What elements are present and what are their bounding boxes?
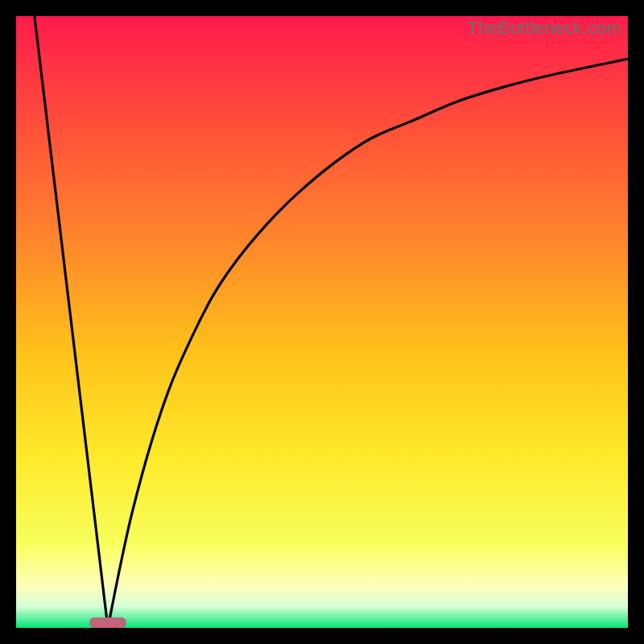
chart-frame: TheBottleneck.com	[16, 16, 628, 628]
watermark-label: TheBottleneck.com	[467, 18, 621, 39]
gradient-background	[16, 16, 628, 628]
bottleneck-chart	[16, 16, 628, 628]
minimum-marker	[89, 617, 126, 628]
